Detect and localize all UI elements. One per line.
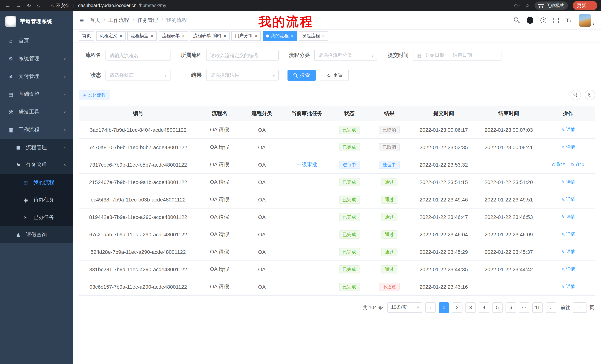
cell-result: 通过 (367, 191, 411, 208)
tab-process-definition[interactable]: 流程定义× (96, 31, 126, 41)
search-button[interactable]: 搜索 (288, 70, 316, 81)
sidebar-item-label: 支付管理 (19, 73, 39, 80)
detail-link[interactable]: ✎详情 (561, 231, 575, 238)
hamburger-icon[interactable]: ≡ (80, 17, 84, 24)
detail-link[interactable]: ✎详情 (561, 266, 575, 273)
chevron-down-icon: ∨ (63, 111, 66, 114)
category-select[interactable]: 请选择流程分类 ∨ (314, 50, 377, 61)
current-task-link[interactable]: 一级审批 (296, 161, 317, 167)
close-icon[interactable]: × (291, 34, 293, 38)
prev-page-button[interactable]: ‹ (425, 302, 436, 313)
search-toggle-button[interactable] (571, 90, 581, 100)
browser-home-icon[interactable]: ⌂ (37, 3, 40, 8)
status-badge: 已完成 (339, 143, 360, 151)
cancel-link[interactable]: ⊘取消 (552, 162, 566, 168)
sidebar-item-dev-tools[interactable]: ⚒研发工具∨ (0, 103, 73, 121)
sidebar-item-todo-task[interactable]: ◉待办任务 (0, 191, 73, 209)
reset-button[interactable]: ↻ 重置 (321, 70, 349, 81)
detail-link[interactable]: ✎详情 (561, 249, 575, 255)
process-name-input[interactable] (105, 50, 170, 61)
sidebar-item-workflow[interactable]: ▣工作流程∧ (0, 121, 73, 139)
column-header: 提交时间 (411, 106, 476, 121)
cell-submit-time: 2022-01-22 23:53:35 (411, 138, 476, 156)
tab-process-form-edit[interactable]: 流程表单-编辑× (190, 31, 230, 41)
tab-process-model[interactable]: 流程模型× (127, 31, 157, 41)
back-icon[interactable]: ← (5, 3, 10, 8)
close-icon[interactable]: × (224, 34, 226, 38)
help-icon[interactable]: ? (541, 17, 547, 23)
detail-link[interactable]: ✎详情 (561, 284, 575, 290)
cell-actions: ✎详情 (541, 226, 595, 243)
logo-row[interactable]: 芋道管理系统 (0, 11, 73, 32)
page-button[interactable]: 11 (532, 302, 543, 313)
cell-process-name: OA 请假 (198, 173, 241, 191)
page-button[interactable]: 5 (492, 302, 502, 313)
sidebar-item-payment-management[interactable]: ¥支付管理∨ (0, 67, 73, 85)
close-icon[interactable]: × (151, 34, 153, 38)
forward-icon[interactable]: → (16, 3, 21, 8)
page-button[interactable]: 2 (452, 302, 462, 313)
page-button[interactable]: 6 (506, 302, 516, 313)
detail-link[interactable]: ✎详情 (561, 144, 575, 151)
reload-icon[interactable]: ↻ (27, 3, 31, 8)
cell-status: 已完成 (331, 278, 367, 295)
tab-start-process[interactable]: 发起流程× (299, 31, 328, 41)
tab-my-process[interactable]: 我的流程× (263, 31, 297, 41)
breadcrumb-item[interactable]: 任务管理 (137, 17, 158, 24)
sidebar-item-my-process[interactable]: ⊡我的流程 (0, 174, 73, 191)
detail-link[interactable]: ✎详情 (561, 179, 575, 185)
cell-status: 已完成 (331, 138, 367, 156)
password-key-icon[interactable] (515, 3, 520, 8)
page-button[interactable]: 1 (439, 302, 449, 313)
date-range-picker[interactable]: ▦ 开始日期 - 结束日期 (413, 50, 501, 61)
bookmark-star-icon[interactable]: ☆ (525, 3, 530, 9)
search-icon[interactable] (514, 18, 520, 23)
github-icon[interactable] (527, 17, 534, 24)
refresh-button[interactable]: ↻ (585, 90, 595, 100)
create-process-button[interactable]: + 发起流程 (79, 90, 110, 100)
font-size-icon[interactable]: TT (566, 18, 572, 23)
url-bar[interactable]: ⚠ 不安全 | dashboard.yudao.iocoder.cn/bpm/t… (50, 2, 166, 9)
task-management-icon: ⚑ (15, 162, 21, 168)
browser-menu-icon[interactable]: ⋮ (589, 3, 593, 8)
payment-management-icon: ¥ (7, 74, 14, 79)
page-size-select[interactable]: 10条/页 ∨ (387, 302, 422, 313)
breadcrumb-item[interactable]: 工作流程 (108, 17, 129, 24)
detail-link[interactable]: ✎详情 (561, 127, 575, 133)
tab-home[interactable]: 首页 (79, 31, 94, 41)
cell-submit-time: 2022-01-22 23:45:29 (411, 243, 476, 260)
close-icon[interactable]: × (182, 34, 185, 38)
sidebar-item-leave-query[interactable]: ♟请假查询 (0, 226, 73, 243)
detail-link[interactable]: ✎详情 (561, 214, 575, 220)
page-button[interactable]: 4 (479, 302, 489, 313)
page-button[interactable]: 3 (465, 302, 476, 313)
pagination-pages: 123456···11 (439, 302, 543, 313)
detail-link[interactable]: ✎详情 (571, 162, 584, 168)
avatar[interactable] (579, 14, 591, 27)
tab-user-group[interactable]: 用户分组× (231, 31, 261, 41)
tab-process-form[interactable]: 流程表单× (159, 31, 188, 41)
sidebar-item-system-management[interactable]: ⚙系统管理∨ (0, 50, 73, 67)
detail-link[interactable]: ✎详情 (561, 196, 575, 203)
sidebar-item-done-task[interactable]: ✂已办任务 (0, 209, 73, 226)
sidebar-item-infrastructure[interactable]: ▤基础设施∨ (0, 85, 73, 103)
tab-label: 我的流程 (271, 33, 289, 39)
next-page-button[interactable]: › (546, 302, 556, 313)
breadcrumb-separator: / (132, 17, 134, 23)
breadcrumb-item[interactable]: 首页 (90, 17, 100, 24)
sidebar-item-process-management[interactable]: ≣流程管理∨ (0, 139, 73, 156)
sidebar-item-home[interactable]: ⌂首页 (0, 32, 73, 50)
browser-update-button[interactable]: 更新 ⋮ (573, 1, 597, 10)
pagination-ellipsis[interactable]: ··· (519, 302, 529, 313)
close-icon[interactable]: × (120, 34, 122, 38)
parent-process-input[interactable] (206, 50, 279, 61)
status-select[interactable]: 请选择状态 ∨ (105, 70, 170, 81)
goto-page-input[interactable] (573, 302, 587, 313)
result-select[interactable]: 请选择流结果 ∨ (206, 70, 279, 81)
close-icon[interactable]: × (255, 34, 257, 38)
result-placeholder: 请选择流结果 (210, 72, 239, 79)
user-menu[interactable]: ▾ (579, 14, 594, 27)
fullscreen-icon[interactable] (554, 18, 559, 23)
close-icon[interactable]: × (322, 34, 325, 38)
sidebar-item-task-management[interactable]: ⚑任务管理∧ (0, 156, 73, 174)
